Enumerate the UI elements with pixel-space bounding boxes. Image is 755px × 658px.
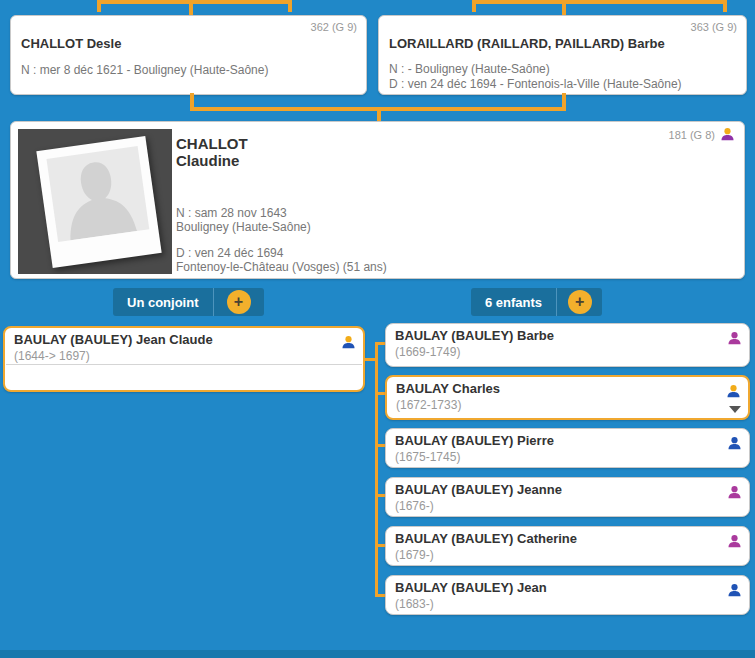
child-card[interactable]: BAULAY (BAULEY) Pierre (1675-1745): [385, 428, 750, 468]
child-dates: (1683-): [395, 597, 434, 611]
connector-child-stub: [375, 444, 385, 447]
connector-child-stub: [375, 544, 385, 547]
connector-tick: [723, 0, 727, 12]
child-name: BAULAY Charles: [396, 381, 500, 396]
connector-tick: [97, 0, 101, 12]
female-icon: [727, 534, 742, 549]
children-section-label[interactable]: 6 enfants: [471, 295, 556, 310]
child-card-selected[interactable]: BAULAY Charles (1672-1733): [385, 375, 750, 420]
child-name: BAULAY (BAULEY) Catherine: [395, 531, 577, 546]
child-dates: (1676-): [395, 499, 434, 513]
death-line: D : ven 24 déc 1694 - Fontenois-la-Ville…: [389, 77, 682, 92]
connector-children-spine: [375, 342, 378, 597]
person-name: CHALLOT Desle: [21, 36, 121, 51]
male-sosa-icon: [341, 335, 356, 350]
birth-place: Bouligney (Haute-Saône): [176, 220, 311, 234]
plus-icon: +: [234, 294, 243, 310]
connector-drop: [377, 107, 381, 122]
dropdown-arrow-icon[interactable]: [729, 406, 741, 413]
spouse-card[interactable]: BAULAY (BAULEY) Jean Claude (1644-> 1697…: [3, 326, 365, 392]
birth-block: N : sam 28 nov 1643 Bouligney (Haute-Saô…: [176, 206, 311, 234]
connector-drop: [562, 0, 566, 16]
spouse-section-button[interactable]: Un conjoint +: [113, 288, 264, 316]
plus-icon: +: [575, 294, 584, 310]
connector-child-stub: [375, 392, 385, 395]
child-card[interactable]: BAULAY (BAULEY) Catherine (1679-): [385, 526, 750, 566]
death-place: Fontenoy-le-Château (Vosges) (51 ans): [176, 260, 387, 274]
child-name: BAULAY (BAULEY) Jean: [395, 580, 547, 595]
child-name: BAULAY (BAULEY) Barbe: [395, 328, 554, 343]
connector-drop: [189, 0, 193, 16]
person-ref: 363 (G 9): [691, 21, 737, 33]
mother-card[interactable]: 363 (G 9) LORAILLARD (RAILLARD, PAILLARD…: [378, 15, 747, 95]
child-card[interactable]: BAULAY (BAULEY) Jeanne (1676-): [385, 477, 750, 517]
connector-child-stub: [375, 342, 385, 345]
child-card[interactable]: BAULAY (BAULEY) Barbe (1669-1749): [385, 323, 750, 367]
child-dates: (1675-1745): [395, 450, 460, 464]
child-name: BAULAY (BAULEY) Pierre: [395, 433, 554, 448]
male-icon: [727, 583, 742, 598]
add-child-button[interactable]: +: [568, 290, 592, 314]
spouse-section-label[interactable]: Un conjoint: [113, 295, 213, 310]
birth-date: N : sam 28 nov 1643: [176, 206, 311, 220]
connector-grandparents-right: [472, 0, 727, 4]
person-ref-row: 181 (G 8): [669, 127, 735, 142]
polaroid-frame: [36, 136, 161, 268]
given-name: Claudine: [176, 152, 248, 169]
surname: CHALLOT: [176, 135, 248, 152]
child-dates: (1679-): [395, 548, 434, 562]
death-date: D : ven 24 déc 1694: [176, 246, 387, 260]
connector-tick: [472, 0, 476, 12]
children-section-button[interactable]: 6 enfants +: [471, 288, 602, 316]
silhouette-icon: [46, 146, 149, 242]
spouse-dates: (1644-> 1697): [14, 349, 90, 363]
connector-child-stub: [375, 594, 385, 597]
child-dates: (1672-1733): [396, 398, 461, 412]
person-gender-sosa-icon: [720, 127, 735, 142]
main-person-card[interactable]: 181 (G 8) CHALLOT Claudine N : sam 28 no…: [10, 121, 745, 279]
connector-grandparents-left: [97, 0, 292, 4]
bottom-bar: [0, 650, 755, 658]
male-sosa-icon: [726, 384, 741, 399]
divider: [6, 364, 362, 365]
child-dates: (1669-1749): [395, 345, 460, 359]
connector-tick: [288, 0, 292, 12]
photo-placeholder[interactable]: [18, 129, 172, 274]
female-icon: [727, 485, 742, 500]
male-icon: [727, 436, 742, 451]
child-card[interactable]: BAULAY (BAULEY) Jean (1683-): [385, 575, 750, 615]
main-person-name: CHALLOT Claudine: [176, 135, 248, 169]
birth-line: N : mer 8 déc 1621 - Bouligney (Haute-Sa…: [21, 63, 268, 78]
person-ref: 362 (G 9): [311, 21, 357, 33]
person-ref: 181 (G 8): [669, 129, 715, 141]
birth-line: N : - Bouligney (Haute-Saône): [389, 62, 550, 77]
connector-child-stub: [375, 494, 385, 497]
child-name: BAULAY (BAULEY) Jeanne: [395, 482, 562, 497]
female-icon: [727, 331, 742, 346]
spouse-name: BAULAY (BAULEY) Jean Claude: [14, 332, 213, 347]
add-spouse-button[interactable]: +: [227, 290, 251, 314]
person-name: LORAILLARD (RAILLARD, PAILLARD) Barbe: [389, 36, 665, 51]
death-block: D : ven 24 déc 1694 Fontenoy-le-Château …: [176, 246, 387, 274]
father-card[interactable]: 362 (G 9) CHALLOT Desle N : mer 8 déc 16…: [10, 15, 367, 95]
